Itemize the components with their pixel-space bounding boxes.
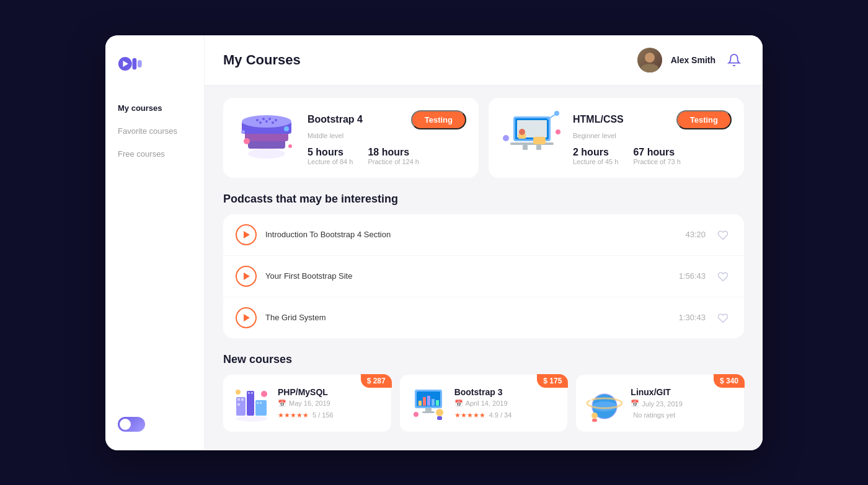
new-course-title-php: PHP/MySQL bbox=[278, 387, 334, 397]
favorite-icon-2[interactable] bbox=[714, 309, 732, 326]
theme-toggle-container bbox=[118, 404, 192, 432]
new-course-info-php: PHP/MySQL 📅 May 16, 2019 ★★★★★ 5 / 156 bbox=[278, 387, 334, 419]
notification-bell-icon[interactable] bbox=[724, 50, 744, 70]
svg-point-16 bbox=[284, 126, 289, 131]
stars-linux: No ratings yet bbox=[631, 411, 682, 419]
sidebar-item-free-courses[interactable]: Free courses bbox=[118, 144, 192, 164]
testing-badge-htmlcss[interactable]: Testing bbox=[676, 110, 732, 129]
page-title: My Courses bbox=[223, 52, 301, 68]
new-course-card-php: PHP/MySQL 📅 May 16, 2019 ★★★★★ 5 / 156 $… bbox=[223, 375, 391, 432]
svg-rect-26 bbox=[536, 145, 541, 150]
svg-point-64 bbox=[618, 395, 619, 396]
svg-point-15 bbox=[244, 138, 250, 144]
main-content: My Courses Alex Smith bbox=[205, 35, 763, 450]
svg-rect-40 bbox=[257, 402, 259, 404]
podcast-item-2[interactable]: The Grid System 1:30:43 bbox=[223, 297, 744, 338]
testing-badge-bootstrap4[interactable]: Testing bbox=[411, 110, 466, 129]
new-course-image-php bbox=[233, 385, 270, 422]
svg-point-56 bbox=[414, 412, 418, 417]
svg-rect-49 bbox=[427, 396, 430, 406]
podcast-list: Introduction To Bootstrap 4 Section 43:2… bbox=[223, 214, 744, 338]
svg-point-8 bbox=[256, 119, 259, 121]
logo bbox=[118, 54, 192, 74]
svg-point-66 bbox=[591, 413, 598, 419]
svg-point-3 bbox=[248, 149, 285, 159]
svg-point-29 bbox=[556, 129, 560, 134]
course-image-htmlcss bbox=[501, 110, 563, 163]
svg-point-31 bbox=[554, 111, 559, 116]
play-icon-2 bbox=[244, 314, 250, 321]
course-header-htmlcss: HTML/CSS Testing bbox=[573, 110, 732, 129]
sidebar-nav: My courses Favorite courses Free courses bbox=[118, 98, 192, 167]
svg-rect-51 bbox=[436, 400, 439, 406]
svg-point-61 bbox=[591, 391, 593, 393]
svg-point-23 bbox=[519, 129, 525, 135]
new-course-card-linux: Linux/GIT 📅 July 23, 2019 No ratings yet… bbox=[576, 375, 744, 432]
svg-point-18 bbox=[288, 144, 292, 148]
svg-point-62 bbox=[596, 388, 598, 390]
course-title-htmlcss: HTML/CSS bbox=[573, 114, 624, 125]
new-course-image-linux bbox=[586, 385, 623, 422]
price-badge-bootstrap3: $ 175 bbox=[537, 374, 568, 388]
theme-toggle[interactable] bbox=[118, 417, 145, 432]
svg-rect-35 bbox=[237, 398, 240, 401]
svg-rect-36 bbox=[241, 398, 244, 401]
favorite-icon-0[interactable] bbox=[714, 226, 732, 243]
new-course-date-bootstrap3: 📅 April 14, 2019 bbox=[454, 400, 512, 408]
svg-rect-48 bbox=[423, 397, 426, 406]
svg-point-14 bbox=[272, 121, 274, 124]
stars-bootstrap3: ★★★★★ 4.9 / 34 bbox=[454, 411, 512, 419]
svg-rect-53 bbox=[422, 411, 435, 413]
new-course-title-linux: Linux/GIT bbox=[631, 387, 682, 397]
play-button-0[interactable] bbox=[236, 224, 257, 245]
content-area: Bootstrap 4 Testing Middle level 5 hours… bbox=[205, 85, 763, 444]
my-courses-grid: Bootstrap 4 Testing Middle level 5 hours… bbox=[223, 98, 744, 178]
new-course-card-bootstrap3: Bootstrap 3 📅 April 14, 2019 ★★★★★ 4.9 /… bbox=[400, 375, 568, 432]
svg-point-44 bbox=[236, 390, 241, 395]
podcast-name-1: Your First Bootstrap Site bbox=[265, 271, 670, 281]
favorite-icon-1[interactable] bbox=[714, 268, 732, 285]
podcast-item-0[interactable]: Introduction To Bootstrap 4 Section 43:2… bbox=[223, 214, 744, 256]
stat-practice-htmlcss: 67 hours Practice of 73 h bbox=[633, 147, 680, 165]
new-course-info-linux: Linux/GIT 📅 July 23, 2019 No ratings yet bbox=[631, 387, 682, 419]
play-button-2[interactable] bbox=[236, 307, 257, 328]
sidebar-item-my-courses[interactable]: My courses bbox=[118, 98, 192, 118]
svg-point-43 bbox=[261, 391, 267, 397]
rating-linux: No ratings yet bbox=[633, 411, 675, 419]
new-course-info-bootstrap3: Bootstrap 3 📅 April 14, 2019 ★★★★★ 4.9 /… bbox=[454, 387, 512, 419]
play-icon-0 bbox=[244, 231, 250, 238]
svg-rect-25 bbox=[523, 145, 528, 150]
svg-rect-38 bbox=[248, 392, 250, 394]
new-courses-section-title: New courses bbox=[223, 353, 744, 366]
svg-rect-50 bbox=[432, 399, 435, 406]
price-badge-linux: $ 340 bbox=[714, 374, 745, 388]
svg-point-63 bbox=[613, 390, 615, 392]
podcast-duration-2: 1:30:43 bbox=[679, 313, 706, 322]
podcast-item-1[interactable]: Your First Bootstrap Site 1:56:43 bbox=[223, 256, 744, 297]
sidebar-item-favorite-courses[interactable]: Favorite courses bbox=[118, 121, 192, 141]
stat-lecture-label-htmlcss: Lecture of 45 h bbox=[573, 158, 618, 165]
podcast-duration-0: 43:20 bbox=[685, 230, 706, 239]
svg-rect-52 bbox=[425, 408, 432, 411]
course-image-bootstrap4 bbox=[236, 110, 298, 163]
course-card-bootstrap4: Bootstrap 4 Testing Middle level 5 hours… bbox=[223, 98, 479, 178]
svg-rect-1 bbox=[133, 58, 137, 69]
podcast-name-0: Introduction To Bootstrap 4 Section bbox=[265, 230, 676, 239]
play-icon-1 bbox=[244, 273, 250, 280]
stat-lecture-number-htmlcss: 2 hours bbox=[573, 147, 618, 158]
stat-practice-number-htmlcss: 67 hours bbox=[633, 147, 680, 158]
rating-bootstrap3: 4.9 / 34 bbox=[489, 411, 512, 419]
calendar-icon-php: 📅 bbox=[278, 400, 286, 408]
calendar-icon-bootstrap3: 📅 bbox=[454, 400, 463, 408]
course-info-htmlcss: HTML/CSS Testing Beginner level 2 hours … bbox=[573, 110, 732, 165]
svg-rect-67 bbox=[592, 419, 597, 422]
course-card-htmlcss: HTML/CSS Testing Beginner level 2 hours … bbox=[489, 98, 744, 178]
svg-point-12 bbox=[259, 121, 262, 124]
stat-practice-bootstrap4: 18 hours Practice of 124 h bbox=[368, 147, 419, 165]
price-badge-php: $ 287 bbox=[361, 374, 392, 388]
stars-php: ★★★★★ 5 / 156 bbox=[278, 411, 334, 419]
header: My Courses Alex Smith bbox=[205, 35, 763, 85]
app-container: My courses Favorite courses Free courses… bbox=[105, 35, 763, 450]
play-button-1[interactable] bbox=[236, 266, 257, 287]
svg-rect-33 bbox=[247, 391, 254, 416]
